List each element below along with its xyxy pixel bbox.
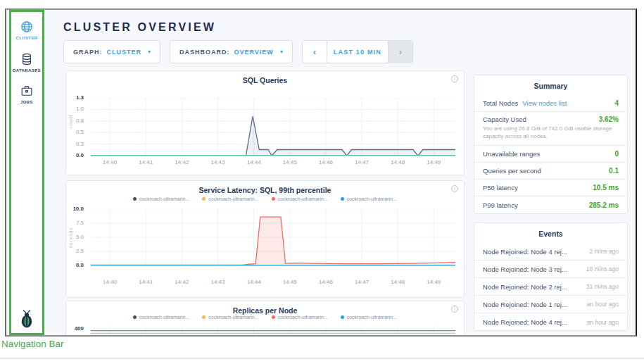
- legend-label: cockroach-ultramarin...: [347, 315, 397, 320]
- legend-item[interactable]: cockroach-ultramarin...: [341, 196, 397, 201]
- metric-value: 0: [614, 150, 619, 158]
- event-text: Node Rejoined: Node 4 rej...: [483, 318, 567, 326]
- legend-item[interactable]: cockroach-ultramarin...: [341, 315, 397, 320]
- x-tick-label: 14:45: [283, 159, 297, 165]
- legend-item[interactable]: cockroach-ultramarin...: [133, 315, 189, 320]
- y-tick-label: 5.0: [76, 234, 84, 240]
- x-tick-label: 14:40: [103, 159, 117, 165]
- chart-legend: cockroach-ultramarin...cockroach-ultrama…: [66, 315, 464, 320]
- y-axis: 400: [66, 325, 87, 337]
- sidebar-item-jobs[interactable]: JOBS: [11, 84, 42, 104]
- legend-item[interactable]: cockroach-ultramarin...: [202, 315, 258, 320]
- legend-item[interactable]: cockroach-ultramarin...: [272, 315, 328, 320]
- event-row[interactable]: Node Rejoined: Node 4 rej... an hour ago: [474, 313, 627, 331]
- x-tick-label: 14:42: [175, 279, 189, 285]
- dashboard-dropdown-label: DASHBOARD:: [179, 49, 230, 56]
- y-tick-label: 0.0: [76, 152, 84, 158]
- plot-area: [91, 209, 455, 266]
- x-tick-label: 14:41: [139, 279, 153, 285]
- legend-dot-icon: [202, 315, 206, 319]
- page-divider: [0, 358, 644, 359]
- time-prev-button[interactable]: ‹: [303, 41, 327, 63]
- x-axis: 14:4014:4114:4214:4314:4414:4514:4614:47…: [91, 159, 455, 168]
- dashboard-dropdown[interactable]: DASHBOARD: OVERVIEW: [170, 40, 293, 63]
- legend-item[interactable]: cockroach-ultramarin...: [202, 196, 258, 201]
- x-tick-label: 14:44: [247, 159, 261, 165]
- time-range-label[interactable]: LAST 10 MIN: [327, 41, 388, 63]
- summary-row-unavailable-ranges: Unavailable ranges 0: [474, 146, 627, 163]
- y-tick-label: 2.5: [76, 248, 84, 254]
- y-tick-label: 1.0: [76, 106, 84, 112]
- summary-row-total-nodes: Total Nodes View nodes list 4: [474, 95, 627, 112]
- x-tick-label: 14:40: [103, 279, 117, 285]
- x-tick-label: 14:43: [210, 279, 225, 285]
- admin-ui-window: CLUSTER DATABASES JOBS: [5, 8, 637, 337]
- legend-label: cockroach-ultramarin...: [347, 196, 397, 201]
- x-tick-label: 14:46: [319, 279, 333, 285]
- event-text: Node Rejoined: Node 3 rej...: [483, 265, 567, 273]
- sidebar-item-label: DATABASES: [13, 68, 41, 73]
- sidebar-item-label: JOBS: [20, 100, 33, 104]
- page-title: CLUSTER OVERVIEW: [63, 21, 216, 34]
- event-row[interactable]: Node Rejoined: Node 1 rej... an hour ago: [474, 296, 627, 313]
- x-tick-label: 14:43: [210, 159, 225, 165]
- event-text: Node Rejoined: Node 2 rej...: [483, 283, 567, 291]
- sql-queries-chart: SQL Queries count 1.31.00.80.50.30.0 14:…: [65, 70, 465, 175]
- summary-row-p99-latency: P99 latency 285.2 ms: [474, 196, 627, 213]
- info-icon[interactable]: [451, 75, 458, 82]
- x-tick-label: 14:48: [391, 279, 405, 285]
- sidebar-item-databases[interactable]: DATABASES: [11, 52, 42, 73]
- navigation-bar: CLUSTER DATABASES JOBS: [9, 10, 44, 335]
- plot-area: [91, 325, 455, 337]
- replicas-per-node-chart: Replicas per Node cockroach-ultramarin..…: [65, 301, 465, 337]
- graph-dropdown[interactable]: GRAPH: CLUSTER: [63, 40, 160, 63]
- info-icon[interactable]: [451, 185, 458, 192]
- dashboard-dropdown-value: OVERVIEW: [234, 49, 274, 56]
- plot-area: [91, 98, 455, 156]
- metric-value: 0.1: [609, 167, 619, 175]
- event-time: 18 mins ago: [581, 265, 619, 272]
- databases-icon: [20, 52, 34, 66]
- capacity-used-label: Capacity Used: [483, 115, 526, 123]
- summary-title: Summary: [474, 75, 627, 95]
- cockroachdb-logo[interactable]: [18, 309, 35, 329]
- event-time: 2 mins ago: [583, 248, 619, 255]
- docs-screenshot: CLUSTER DATABASES JOBS: [0, 0, 644, 364]
- x-tick-label: 14:47: [355, 279, 369, 285]
- chevron-down-icon: [280, 49, 283, 55]
- annotation-caption: Navigation Bar: [1, 339, 64, 349]
- service-latency-chart: Service Latency: SQL, 99th percentile co…: [65, 180, 465, 298]
- y-tick-label: 1.3: [76, 94, 84, 101]
- summary-panel: Summary Total Nodes View nodes list 4 Ca…: [474, 75, 628, 214]
- chart-title: Replicas per Node: [66, 306, 464, 315]
- controls-row: GRAPH: CLUSTER DASHBOARD: OVERVIEW ‹ LAS…: [63, 40, 413, 63]
- capacity-used-value: 3.62%: [599, 115, 619, 123]
- event-row[interactable]: Node Rejoined: Node 2 rej... 31 mins ago: [474, 278, 627, 296]
- legend-item[interactable]: cockroach-ultramarin...: [133, 196, 189, 201]
- time-range-selector: ‹ LAST 10 MIN ›: [302, 40, 413, 63]
- info-icon[interactable]: [451, 306, 458, 313]
- summary-row-capacity: Capacity Used 3.62% You are using 26.8 G…: [474, 112, 627, 146]
- metric-value: 10.5 ms: [593, 184, 619, 192]
- y-tick-label: 0.8: [76, 118, 84, 124]
- sidebar-item-cluster[interactable]: CLUSTER: [11, 20, 42, 40]
- y-tick-label: 7.5: [76, 220, 84, 226]
- view-nodes-list-link[interactable]: View nodes list: [522, 99, 567, 107]
- x-axis: 14:4014:4114:4214:4314:4414:4514:4614:47…: [91, 279, 455, 287]
- chevron-down-icon: [148, 49, 151, 55]
- event-time: an hour ago: [581, 301, 619, 308]
- summary-row-p50-latency: P50 latency 10.5 ms: [474, 180, 627, 196]
- total-nodes-label: Total Nodes: [483, 99, 518, 107]
- x-tick-label: 14:49: [427, 279, 441, 285]
- legend-dot-icon: [133, 315, 137, 319]
- time-next-button: ›: [388, 41, 412, 63]
- globe-icon: [20, 20, 34, 34]
- legend-item[interactable]: cockroach-ultramarin...: [272, 196, 328, 201]
- x-tick-label: 14:47: [355, 159, 369, 165]
- summary-row-queries-per-second: Queries per second 0.1: [474, 163, 627, 180]
- event-text: Node Rejoined: Node 1 rej...: [483, 301, 567, 308]
- metric-label: Queries per second: [483, 167, 541, 175]
- event-row[interactable]: Node Rejoined: Node 3 rej... 18 mins ago: [474, 261, 627, 278]
- event-row[interactable]: Node Rejoined: Node 4 rej... 2 mins ago: [474, 243, 627, 261]
- x-tick-label: 14:41: [139, 159, 153, 165]
